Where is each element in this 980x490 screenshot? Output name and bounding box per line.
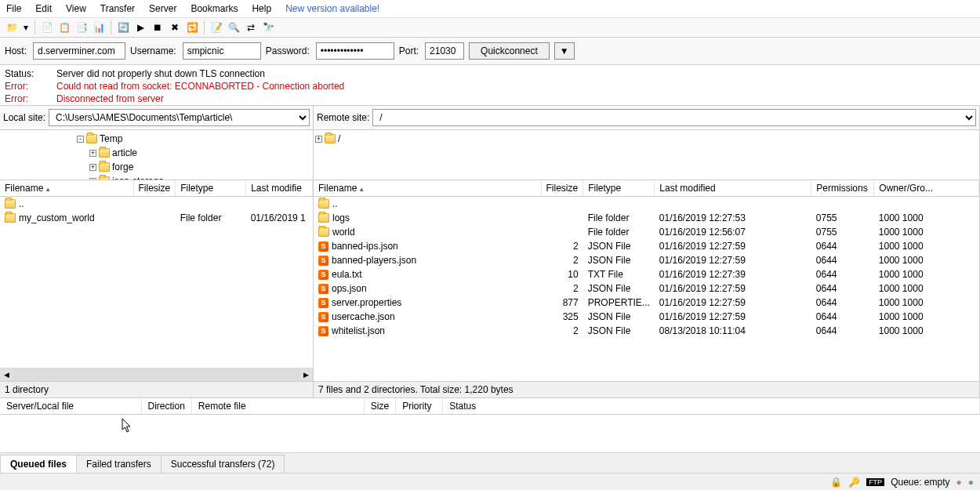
file-icon: S <box>318 326 328 336</box>
menu-transfer[interactable]: Transfer <box>100 3 135 14</box>
menu-edit[interactable]: Edit <box>35 3 52 14</box>
menu-bookmarks[interactable]: Bookmarks <box>191 3 238 14</box>
menu-file[interactable]: File <box>6 3 21 14</box>
compare-icon[interactable]: ⇄ <box>244 20 258 34</box>
local-col-filetype[interactable]: Filetype <box>176 180 246 197</box>
remote-col-owner[interactable]: Owner/Gro... <box>874 180 979 197</box>
tree-label: forge <box>112 160 133 174</box>
expand-icon[interactable]: + <box>315 136 322 143</box>
queue-tabs: Queued files Failed transfers Successful… <box>0 452 980 473</box>
local-col-filesize[interactable]: Filesize <box>133 180 176 197</box>
disconnect-icon[interactable]: ✖ <box>168 20 182 34</box>
expand-icon[interactable]: + <box>89 164 96 171</box>
remote-col-modified[interactable]: Last modified <box>655 180 811 197</box>
remote-filelist[interactable]: Filename▲ Filesize Filetype Last modifie… <box>314 180 979 381</box>
local-hscroll[interactable]: ◀ ▶ <box>0 368 313 381</box>
table-row[interactable]: logsFile folder01/16/2019 12:27:53075510… <box>314 211 979 225</box>
log-message: Could not read from socket: ECONNABORTED… <box>56 80 344 93</box>
tab-failed-transfers[interactable]: Failed transfers <box>76 455 162 473</box>
key-icon[interactable]: 🔑 <box>848 477 860 488</box>
remote-col-permissions[interactable]: Permissions <box>811 180 874 197</box>
expand-icon[interactable]: - <box>77 136 84 143</box>
local-filelist[interactable]: Filename▲ Filesize Filetype Last modifie… <box>0 180 313 368</box>
tab-queued-files[interactable]: Queued files <box>0 455 77 473</box>
remote-col-filetype[interactable]: Filetype <box>583 180 655 197</box>
table-row[interactable]: Seula.txt10TXT File01/16/2019 12:27:3906… <box>314 267 979 281</box>
local-tree[interactable]: -Temp+article+forge+json-storage <box>0 130 313 180</box>
queue-col-localfile[interactable]: Server/Local file <box>0 398 141 415</box>
username-input[interactable] <box>183 42 261 60</box>
reconnect-icon[interactable]: 🔁 <box>185 20 199 34</box>
tree-item[interactable]: +json-storage <box>2 174 311 180</box>
tree-item[interactable]: +article <box>2 146 311 160</box>
toggle-queue-icon[interactable]: 📊 <box>92 20 106 34</box>
quickconnect-dropdown-button[interactable]: ▼ <box>554 42 575 60</box>
table-row[interactable]: worldFile folder01/16/2019 12:56:0707551… <box>314 225 979 239</box>
transfer-queue[interactable]: Server/Local file Direction Remote file … <box>0 397 980 452</box>
local-col-filename[interactable]: Filename <box>5 183 43 194</box>
file-name: my_custom_world <box>19 212 95 223</box>
queue-col-direction[interactable]: Direction <box>141 398 191 415</box>
menu-server[interactable]: Server <box>149 3 176 14</box>
folder-icon <box>99 148 110 158</box>
local-path-select[interactable]: C:\Users\JAMES\Documents\Temp\article\ <box>49 109 310 126</box>
folder-icon <box>325 134 336 143</box>
host-input[interactable] <box>33 42 125 60</box>
table-row[interactable]: my_custom_worldFile folder01/16/2019 1 <box>0 211 313 225</box>
refresh-icon[interactable]: 🔄 <box>116 20 130 34</box>
toggle-log-icon[interactable]: 📄 <box>40 20 54 34</box>
cancel-icon[interactable]: ⏹ <box>151 20 165 34</box>
new-version-link[interactable]: New version available! <box>285 3 379 14</box>
queue-col-size[interactable]: Size <box>364 398 395 415</box>
password-label: Password: <box>266 45 310 56</box>
tree-item[interactable]: -Temp <box>2 132 311 146</box>
tab-successful-transfers[interactable]: Successful transfers (72) <box>161 455 285 473</box>
tree-label: json-storage <box>112 174 164 180</box>
menu-help[interactable]: Help <box>252 3 271 14</box>
tree-item[interactable]: +forge <box>2 160 311 174</box>
local-col-modified[interactable]: Last modifie <box>246 180 313 197</box>
tree-item[interactable]: +/ <box>315 132 978 146</box>
expand-icon[interactable]: + <box>89 150 96 157</box>
table-row[interactable]: .. <box>314 197 979 212</box>
table-row[interactable]: Sserver.properties877PROPERTIE...01/16/2… <box>314 296 979 310</box>
port-input[interactable] <box>425 42 464 60</box>
search-icon[interactable]: 🔍 <box>227 20 241 34</box>
file-name: usercache.json <box>332 311 395 322</box>
remote-site-label: Remote site: <box>317 112 369 123</box>
site-manager-icon[interactable]: 📁 <box>5 20 19 34</box>
table-row[interactable]: Swhitelist.json2JSON File08/13/2018 10:1… <box>314 324 979 338</box>
table-row[interactable]: Sops.json2JSON File01/16/2019 12:27:5906… <box>314 281 979 296</box>
site-manager-dropdown-icon[interactable]: ▾ <box>22 20 30 34</box>
password-input[interactable] <box>316 42 394 60</box>
remote-pathbar: Remote site: / <box>314 106 979 130</box>
message-log[interactable]: Status:Server did not properly shut down… <box>0 65 980 106</box>
remote-col-filename[interactable]: Filename <box>318 183 357 194</box>
folder-icon <box>318 199 329 209</box>
queue-col-remotefile[interactable]: Remote file <box>191 398 364 415</box>
table-row[interactable]: .. <box>0 197 313 212</box>
table-row[interactable]: Sbanned-ips.json2JSON File01/16/2019 12:… <box>314 239 979 253</box>
remote-path-select[interactable]: / <box>372 109 976 126</box>
scroll-right-icon[interactable]: ▶ <box>299 368 313 382</box>
quickconnect-button[interactable]: Quickconnect <box>469 42 550 60</box>
queue-status-label: Queue: empty <box>891 477 949 488</box>
toggle-local-tree-icon[interactable]: 📋 <box>57 20 71 34</box>
filter-icon[interactable]: 📝 <box>209 20 223 34</box>
queue-col-priority[interactable]: Priority <box>396 398 443 415</box>
binoculars-icon[interactable]: 🔭 <box>261 20 275 34</box>
process-queue-icon[interactable]: ▶ <box>133 20 147 34</box>
lock-icon[interactable]: 🔒 <box>830 477 842 488</box>
table-row[interactable]: Sbanned-players.json2JSON File01/16/2019… <box>314 253 979 267</box>
toggle-remote-tree-icon[interactable]: 📑 <box>74 20 89 34</box>
scroll-left-icon[interactable]: ◀ <box>0 368 13 382</box>
port-label: Port: <box>399 45 419 56</box>
host-label: Host: <box>5 45 27 56</box>
queue-col-status[interactable]: Status <box>443 398 980 415</box>
local-site-label: Local site: <box>3 112 45 123</box>
remote-tree[interactable]: +/ <box>314 130 979 180</box>
tree-label: article <box>112 146 137 160</box>
remote-col-filesize[interactable]: Filesize <box>541 180 583 197</box>
menu-view[interactable]: View <box>66 3 86 14</box>
table-row[interactable]: Susercache.json325JSON File01/16/2019 12… <box>314 310 979 324</box>
